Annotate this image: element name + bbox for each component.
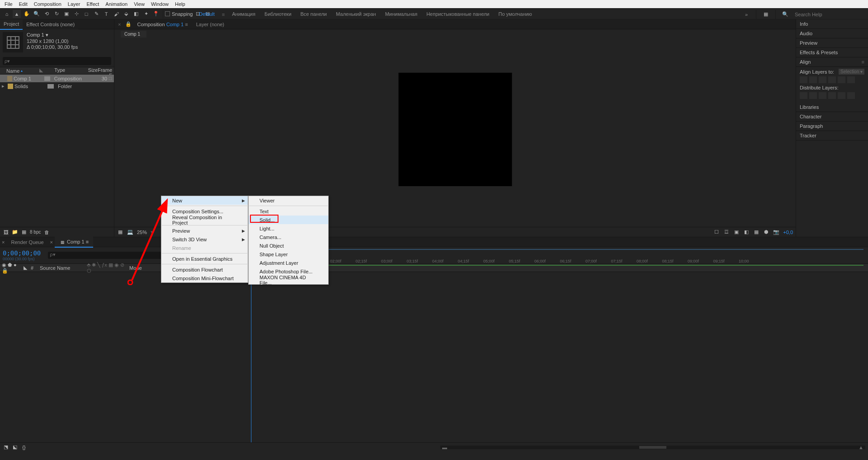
comp-name[interactable]: Comp 1 ▾ (27, 32, 78, 38)
tab-close-icon[interactable]: × (0, 239, 6, 245)
align-button[interactable] (838, 76, 845, 83)
align-button[interactable] (828, 76, 836, 83)
rect-tool-icon[interactable]: □ (82, 10, 90, 18)
workspace-item[interactable]: Анимация (227, 9, 260, 20)
selection-tool-icon[interactable]: ▲ (13, 10, 21, 18)
col-mode[interactable]: Mode (129, 265, 142, 271)
menu-item[interactable]: Reveal Composition in Project (161, 216, 248, 224)
panel-audio[interactable]: Audio (796, 29, 868, 38)
menu-item[interactable]: Camera... (249, 233, 328, 241)
align-button[interactable] (800, 76, 807, 83)
snapping-checkbox[interactable] (165, 11, 170, 16)
pen-tool-icon[interactable]: ✎ (92, 10, 100, 18)
panel-info[interactable]: Info (796, 19, 868, 29)
timeline-tracks[interactable] (251, 272, 868, 442)
grid-icon[interactable]: ☐ (713, 229, 720, 235)
sync-icon[interactable]: » (742, 10, 750, 19)
tab-project[interactable]: Project (0, 19, 23, 30)
menu-item[interactable]: Null Object (249, 241, 328, 250)
hand-tool-icon[interactable]: ✋ (23, 10, 31, 18)
mag-icon[interactable]: ▦ (117, 229, 123, 235)
panel-libraries[interactable]: Libraries (796, 103, 868, 112)
menu-window[interactable]: Window (148, 0, 171, 8)
menu-item[interactable]: Viewer (249, 196, 328, 205)
col-source-name[interactable]: Source Name (40, 265, 85, 271)
workspace-item[interactable]: По умолчанию (494, 9, 536, 20)
eraser-tool-icon[interactable]: ◧ (132, 10, 140, 18)
workspace-item[interactable]: Непристыкованные панели (422, 9, 494, 20)
context-submenu-new[interactable]: ViewerTextSolid...Light...Camera...Null … (248, 196, 329, 285)
roto-tool-icon[interactable]: ✦ (142, 10, 150, 18)
3d-icon[interactable]: ⬢ (763, 229, 769, 235)
align-button[interactable] (819, 76, 826, 83)
menu-item[interactable]: Open in Essential Graphics (161, 254, 248, 263)
panel-character[interactable]: Character (796, 112, 868, 122)
tab-layer[interactable]: Layer (none) (193, 19, 227, 29)
exposure-value[interactable]: +0,0 (783, 230, 793, 235)
tab-timeline-comp[interactable]: Comp 1 (67, 239, 85, 244)
menu-layer[interactable]: Layer (65, 0, 83, 8)
panel-paragraph[interactable]: Paragraph (796, 122, 868, 131)
menu-composition[interactable]: Composition (31, 0, 64, 8)
menu-animation[interactable]: Animation (103, 0, 130, 8)
align-button[interactable] (847, 76, 855, 83)
bpc-label[interactable]: 8 bpc (30, 230, 41, 235)
toggle-modes-icon[interactable]: ⬕ (12, 444, 18, 451)
timeline-layers[interactable] (0, 272, 251, 442)
panel-align[interactable]: Align≡ (796, 57, 868, 67)
menu-item[interactable]: Composition Mini-Flowchart (161, 274, 248, 282)
context-menu[interactable]: New▶Composition Settings...Reveal Compos… (161, 196, 248, 283)
menu-edit[interactable]: Edit (16, 0, 30, 8)
panel-tracker[interactable]: Tracker (796, 131, 868, 141)
menu-item[interactable]: New▶ (161, 196, 248, 205)
col-framerate[interactable]: Frame F (98, 67, 114, 74)
distribute-button[interactable] (828, 92, 836, 99)
distribute-button[interactable] (838, 92, 845, 99)
menu-effect[interactable]: Effect (84, 0, 102, 8)
menu-item[interactable]: Preview▶ (161, 226, 248, 235)
panel-effectspresets[interactable]: Effects & Presets (796, 48, 868, 57)
zoom-value[interactable]: 25% (137, 230, 147, 235)
folder-icon[interactable]: 📁 (12, 229, 18, 235)
type-tool-icon[interactable]: T (102, 10, 110, 18)
workspace-item[interactable]: Минимальная (381, 9, 422, 20)
home-icon[interactable]: ⌂ (3, 10, 11, 18)
align-button[interactable] (809, 76, 817, 83)
col-type[interactable]: Type (45, 67, 80, 74)
workspace-icon[interactable]: ▦ (762, 10, 770, 19)
region-icon[interactable]: ◧ (743, 229, 750, 235)
menu-file[interactable]: File (2, 0, 15, 8)
col-size[interactable]: Size (80, 67, 98, 74)
viewer-subtab[interactable]: Comp 1 (121, 31, 146, 38)
interpret-icon[interactable]: 🖼 (3, 229, 9, 235)
lock-icon[interactable]: 🔒 (125, 21, 132, 28)
timeline-ruler[interactable]: 02;00f02;15f03;00f03;15f04;00f04;15f05;0… (251, 247, 868, 263)
zoom-tool-icon[interactable]: 🔍 (33, 10, 41, 18)
mask-icon[interactable]: ▣ (733, 229, 740, 235)
tab-effect-controls[interactable]: Effect Controls (none) (23, 19, 78, 29)
camera-tool-icon[interactable]: ▣ (62, 10, 71, 18)
anchor-tool-icon[interactable]: ⊹ (72, 10, 80, 18)
menu-item[interactable]: Text (249, 207, 328, 216)
menu-help[interactable]: Help (172, 0, 188, 8)
camera-view-icon[interactable]: 📷 (773, 229, 779, 235)
guides-icon[interactable]: ☲ (723, 229, 730, 235)
menu-item[interactable]: Composition Flowchart (161, 265, 248, 274)
project-item[interactable]: Comp 1Composition30 ⬚ (0, 75, 114, 82)
workspace-item[interactable]: Библиотеки (260, 9, 296, 20)
menu-item[interactable]: Light... (249, 224, 328, 233)
rotate-tool-icon[interactable]: ↻ (52, 10, 61, 18)
transparency-icon[interactable]: ▦ (753, 229, 760, 235)
new-comp-icon[interactable]: ▦ (21, 229, 27, 235)
menu-item[interactable]: Adjustment Layer (249, 258, 328, 267)
res-icon[interactable]: 💻 (127, 229, 133, 235)
tab-active-comp[interactable]: Comp 1 (166, 22, 184, 27)
stamp-tool-icon[interactable]: ⬙ (122, 10, 130, 18)
align-target-select[interactable]: Selection ▾ (839, 69, 864, 75)
menu-item[interactable]: Shape Layer (249, 250, 328, 258)
project-item[interactable]: ▸SolidsFolder (0, 82, 114, 90)
distribute-button[interactable] (809, 92, 817, 99)
current-timecode[interactable]: 0;00;00;00 (3, 249, 41, 257)
brace-icon[interactable]: {} (21, 444, 27, 451)
distribute-button[interactable] (800, 92, 807, 99)
